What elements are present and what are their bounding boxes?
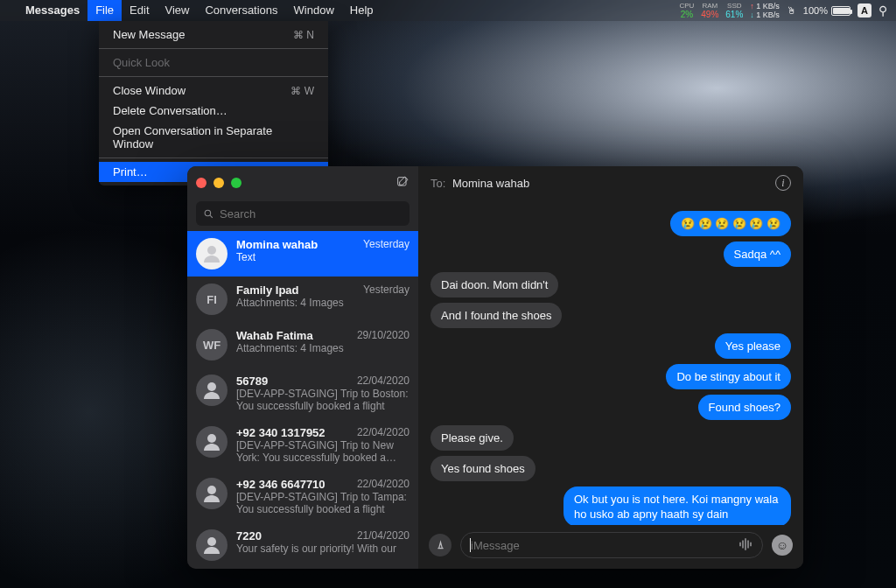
avatar: FI [196, 284, 228, 315]
menu-window[interactable]: Window [286, 0, 342, 21]
svg-rect-8 [739, 542, 741, 546]
avatar [196, 238, 228, 270]
svg-point-5 [207, 434, 216, 443]
incoming-message[interactable]: Yes found shoes [430, 456, 536, 481]
avatar: WF [196, 329, 228, 360]
svg-point-4 [207, 382, 216, 391]
conversation-name: Momina wahab [236, 238, 318, 251]
conversation-name: +92 340 1317952 [236, 426, 326, 439]
conversation-preview: [DEV-APP-STAGING] Trip to New York: You … [236, 439, 410, 464]
menu-conversations[interactable]: Conversations [197, 0, 285, 21]
conversation-preview: Attachments: 4 Images [236, 297, 410, 309]
compose-icon[interactable] [396, 175, 410, 192]
file-menu-dropdown: New Message⌘ N Quick Look Close Window⌘ … [99, 21, 328, 186]
message-input[interactable] [471, 539, 738, 552]
svg-point-3 [207, 246, 216, 255]
svg-rect-11 [747, 540, 749, 548]
avatar [196, 426, 228, 458]
conversation-time: 22/04/2020 [357, 374, 410, 388]
message-list[interactable]: 😢 😢 😢 😢 😢 😢Sadqa ^^Dai doon. Mom didn'tA… [418, 200, 803, 525]
menu-app[interactable]: Messages [18, 0, 88, 21]
conversation-preview: [DEV-APP-STAGING] Trip to Tampa: You suc… [236, 491, 410, 515]
svg-point-7 [207, 537, 216, 546]
outgoing-message[interactable]: Do be stingy about it [666, 364, 791, 389]
outgoing-message[interactable]: Found shoes? [698, 395, 791, 420]
sidebar: Momina wahabYesterdayTextFIFamily IpadYe… [187, 166, 418, 569]
conversation-preview: Attachments: 4 Images [236, 342, 410, 354]
search-input[interactable] [220, 207, 402, 220]
chat-pane: To: Momina wahab i 😢 😢 😢 😢 😢 😢Sadqa ^^Da… [418, 166, 803, 569]
conversation-time: Yesterday [363, 238, 410, 251]
bluetooth-icon[interactable]: ⚲ [878, 4, 887, 18]
svg-point-6 [207, 486, 216, 494]
conversation-name: Wahab Fatima [236, 329, 313, 342]
conversation-preview: [DEV-APP-STAGING] Trip to Boston: You su… [236, 388, 410, 412]
conversation-preview: Your safety is our priority! With our [236, 542, 410, 555]
svg-rect-9 [742, 540, 744, 548]
conversation-item[interactable]: 722021/04/2020Your safety is our priorit… [187, 522, 418, 568]
minimize-window-button[interactable] [214, 178, 224, 188]
system-stats: CPU2% RAM49% SSD61% 1 KB/s1 KB/s 🖱 100% … [679, 2, 887, 19]
conversation-time: 21/04/2020 [357, 529, 410, 542]
svg-line-2 [210, 215, 213, 218]
conversation-item[interactable]: 5678922/04/2020[DEV-APP-STAGING] Trip to… [187, 368, 418, 419]
menu-quick-look: Quick Look [99, 52, 328, 73]
menu-view[interactable]: View [158, 0, 198, 21]
app-store-icon[interactable] [429, 534, 452, 556]
outgoing-message[interactable]: Yes please [715, 333, 791, 359]
conversation-item[interactable]: Momina wahabYesterdayText [187, 231, 418, 276]
menu-help[interactable]: Help [342, 0, 382, 21]
svg-rect-0 [398, 177, 406, 185]
svg-rect-12 [750, 542, 752, 546]
menu-edit[interactable]: Edit [122, 0, 157, 21]
conversation-name: 7220 [236, 529, 262, 542]
conversation-time: 22/04/2020 [357, 426, 410, 439]
conversation-item[interactable]: FIFamily IpadYesterdayAttachments: 4 Ima… [187, 276, 418, 322]
incoming-message[interactable]: And I found the shoes [430, 303, 562, 328]
outgoing-message[interactable]: 😢 😢 😢 😢 😢 😢 [670, 211, 791, 236]
conversation-item[interactable]: +92 346 664771022/04/2020[DEV-APP-STAGIN… [187, 471, 418, 522]
menu-open-separate[interactable]: Open Conversation in Separate Window [99, 121, 328, 154]
details-icon[interactable]: i [775, 175, 791, 191]
incoming-message[interactable]: Dai doon. Mom didn't [430, 272, 558, 298]
menubar: Messages File Edit View Conversations Wi… [0, 0, 896, 21]
chat-header: To: Momina wahab i [418, 166, 803, 200]
search-bar[interactable] [196, 201, 410, 226]
conversation-time: Yesterday [363, 284, 410, 297]
menu-new-message[interactable]: New Message⌘ N [99, 24, 328, 45]
chat-recipient[interactable]: Momina wahab [452, 177, 529, 190]
window-controls [196, 178, 242, 188]
battery-icon [831, 6, 850, 16]
menu-file[interactable]: File [88, 0, 122, 21]
outgoing-message[interactable]: Ok but you is not here. Koi mangny wala … [564, 486, 791, 525]
conversation-name: 56789 [236, 374, 268, 388]
avatar [196, 529, 228, 561]
zoom-window-button[interactable] [231, 178, 242, 188]
conversation-time: 29/10/2020 [357, 329, 410, 342]
conversation-preview: Text [236, 251, 410, 263]
message-field[interactable] [460, 532, 763, 558]
mouse-icon: 🖱 [787, 5, 796, 16]
avatar [196, 478, 228, 509]
audio-message-icon[interactable] [738, 536, 753, 555]
input-source-icon[interactable]: A [858, 4, 872, 18]
menu-close-window[interactable]: Close Window⌘ W [99, 80, 328, 101]
svg-point-1 [205, 210, 211, 216]
emoji-picker-icon[interactable]: ☺ [772, 535, 793, 556]
outgoing-message[interactable]: Sadqa ^^ [724, 242, 791, 267]
messages-window: Momina wahabYesterdayTextFIFamily IpadYe… [187, 166, 803, 569]
conversation-time: 22/04/2020 [357, 478, 410, 491]
svg-rect-10 [745, 538, 746, 550]
menu-delete-conversation[interactable]: Delete Conversation… [99, 101, 328, 121]
close-window-button[interactable] [196, 178, 206, 188]
conversation-name: +92 346 6647710 [236, 478, 326, 491]
conversation-name: Family Ipad [236, 284, 299, 297]
search-icon [203, 208, 214, 220]
battery-indicator[interactable]: 100% [803, 5, 850, 16]
conversation-item[interactable]: WFWahab Fatima29/10/2020Attachments: 4 I… [187, 322, 418, 368]
avatar [196, 374, 228, 406]
composer: ☺ [418, 525, 803, 569]
conversation-list[interactable]: Momina wahabYesterdayTextFIFamily IpadYe… [187, 231, 418, 569]
conversation-item[interactable]: +92 340 131795222/04/2020[DEV-APP-STAGIN… [187, 419, 418, 471]
incoming-message[interactable]: Please give. [430, 425, 514, 451]
